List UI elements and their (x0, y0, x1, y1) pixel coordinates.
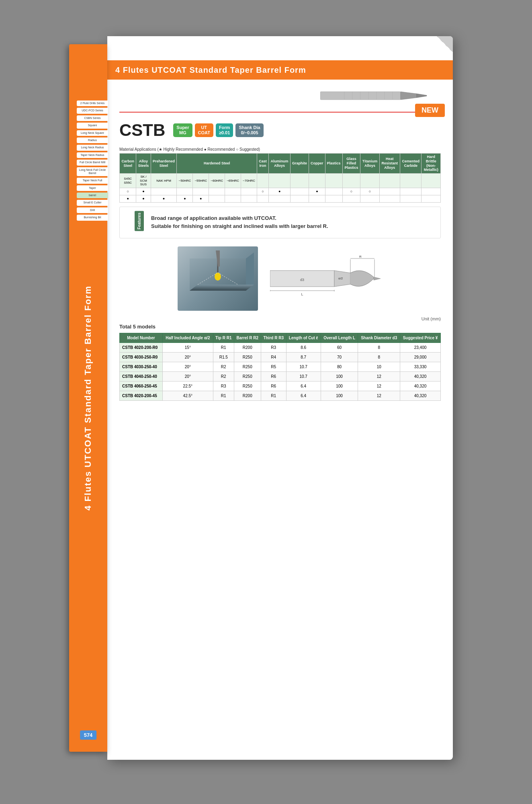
diagrams-area: R α/2 d3 L (107, 242, 453, 315)
cell-barrelr: R200 (234, 343, 261, 353)
specs-row-4: CSTB 4060-250-45 22.5° R3 R250 R6 6.4 10… (120, 381, 441, 391)
cell-a-row1: ● (136, 188, 151, 195)
cell-angle: 20° (162, 362, 213, 372)
cell-h65 (225, 188, 241, 195)
sub-gf (342, 174, 360, 188)
col-castiron: Cast Iron (257, 154, 269, 174)
product-header: CSTB Super MG UT COAT Form ≥0.01 (107, 113, 453, 144)
cell-shank: 10 (358, 362, 400, 372)
col-glass: Glass Filled Plastics (342, 154, 360, 174)
cell-overall: 100 (321, 372, 358, 381)
sub-carbon: S45C S55C (120, 174, 136, 188)
cell-h50 (177, 188, 193, 195)
th-price: Suggested Price ¥ (400, 333, 440, 343)
cell-cc2 (400, 195, 422, 202)
sub-ci (257, 174, 269, 188)
th-tipr: Tip R R1 (213, 333, 234, 343)
specs-table: Model Number Half Included Angle α/2 Tip… (119, 333, 441, 401)
cell-p-row1 (151, 188, 177, 195)
spine-nav-taper-r[interactable]: Taper Neck Radius (77, 152, 108, 158)
material-applications-section: Material Applications (★ Highly Recommen… (107, 147, 453, 203)
spine-nav-taperneck-full[interactable]: Taper Neck Full (77, 178, 108, 183)
spine: 4 Flutes UTCOAT Standard Taper Barrel Fo… (69, 44, 107, 752)
th-thirdr: Third R R3 (261, 333, 286, 343)
spine-nav-2flute[interactable]: 2 Flute Drills Series (77, 100, 108, 106)
svg-text:L: L (301, 292, 303, 296)
cell-h60r2 (209, 195, 225, 202)
cell-h55r2: ● (193, 195, 209, 202)
cell-model: CSTB 4060-250-45 (120, 381, 163, 391)
col-cemented: Cemented Carbide (400, 154, 422, 174)
cell-cc1 (400, 188, 422, 195)
spine-nav-udc[interactable]: UDC-FCD Series (77, 108, 108, 113)
top-bar: 4 Flutes UTCOAT Standard Taper Barrel Fo… (107, 60, 453, 80)
end-mill-svg (320, 86, 441, 106)
svg-marker-21 (374, 277, 381, 280)
col-carbon: Carbon Steel (120, 154, 136, 174)
cell-h60 (209, 188, 225, 195)
spine-nav-longneck-r[interactable]: Long Neck Radius (77, 145, 108, 150)
spine-nav-barrel[interactable]: barrel (77, 193, 108, 198)
th-model: Model Number (120, 333, 163, 343)
spine-nav-radius[interactable]: Radius (77, 137, 108, 143)
spine-nav-square[interactable]: Square (77, 123, 108, 128)
cell-h65r2 (225, 195, 241, 202)
cell-model: CSTB 4020-200-45 (120, 391, 163, 401)
cell-cu1: ● (309, 188, 325, 195)
spine-nav-longneck-full[interactable]: Long Neck Full Circle Barrel (77, 167, 108, 176)
main-page: 4 Flutes UTCOAT Standard Taper Barrel Fo… (107, 36, 453, 760)
col-hardened: Hardened Steel (177, 154, 257, 174)
new-badge: NEW (415, 104, 445, 117)
spine-nav-taper[interactable]: Taper (77, 185, 108, 191)
cell-h55 (193, 188, 209, 195)
cell-angle: 20° (162, 353, 213, 362)
spine-nav-fullcircle[interactable]: Full Circle Barrel Mill (77, 160, 108, 165)
cell-barrelr: R250 (234, 353, 261, 362)
th-angle: Half Included Angle α/2 (162, 333, 213, 343)
total-models: Total 5 models (107, 322, 453, 331)
sub-hr (379, 174, 400, 188)
sub-cu (309, 174, 325, 188)
spine-nav-drill[interactable]: Drill (77, 207, 108, 213)
cell-gr1 (291, 188, 309, 195)
features-section: Features Broad range of application avai… (119, 207, 441, 239)
cell-barrelr: R250 (234, 372, 261, 381)
material-row-2: ● ● ● ● ● (120, 195, 441, 202)
cell-hb1 (422, 188, 441, 195)
page-title: 4 Flutes UTCOAT Standard Taper Barrel Fo… (115, 66, 306, 75)
cell-ci2 (257, 195, 269, 202)
material-table: Carbon Steel Alloy Steels Prehardened St… (119, 153, 441, 203)
cell-al2 (269, 195, 291, 202)
svg-marker-3 (417, 94, 427, 98)
cell-thirdr: R6 (261, 372, 286, 381)
cell-ti2 (360, 195, 379, 202)
spine-nav-small-e[interactable]: Small E Cutter (77, 200, 108, 205)
col-plastics: Plastics (325, 154, 342, 174)
schematic-svg: R α/2 d3 L (270, 254, 383, 303)
sub-pl (325, 174, 342, 188)
specs-row-5: CSTB 4020-200-45 42.5° R1 R200 R1 6.4 10… (120, 391, 441, 401)
badge-utcoat: UT COAT (195, 123, 213, 137)
spine-nav-longneck-sq[interactable]: Long Neck Square (77, 130, 108, 136)
cell-barrelr: R250 (234, 381, 261, 391)
cell-pl2 (325, 195, 342, 202)
specs-row-1: CSTB 4030-250-R0 20° R1.5 R250 R4 8.7 70… (120, 353, 441, 362)
product-badges: Super MG UT COAT Form ≥0.01 Shank Dia 0/… (173, 123, 263, 137)
cell-model: CSTB 4020-200-R0 (120, 343, 163, 353)
spine-nav-csbn[interactable]: CSBN Series (77, 115, 108, 121)
unit-label: Unit (mm) (107, 315, 453, 322)
col-graphite: Graphite (291, 154, 309, 174)
cell-thirdr: R5 (261, 362, 286, 372)
cell-model: CSTB 4040-250-40 (120, 372, 163, 381)
cell-thirdr: R4 (261, 353, 286, 362)
cell-angle: 15° (162, 343, 213, 353)
cell-c-row2: ● (120, 195, 136, 202)
cell-gf2 (342, 195, 360, 202)
cell-a-row2: ● (136, 195, 151, 202)
cell-model: CSTB 4030-250-R0 (120, 353, 163, 362)
spine-nav-burnish[interactable]: Burnishing Bit (77, 215, 108, 220)
svg-marker-2 (401, 92, 417, 100)
cell-lengthcut: 6.4 (286, 381, 321, 391)
sub-h70: ~70HRC (241, 174, 257, 188)
cell-hr2 (379, 195, 400, 202)
